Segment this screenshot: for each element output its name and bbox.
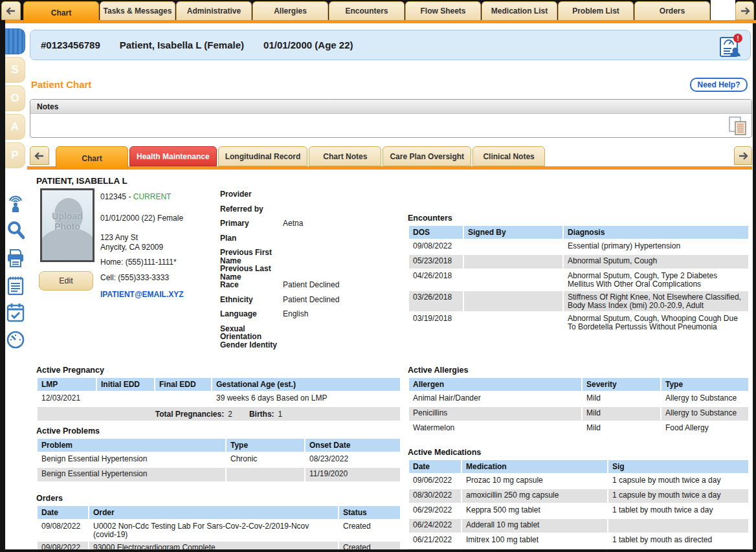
subtab-scroll-left-button[interactable] <box>30 146 49 165</box>
sidebar-tab-chart-card[interactable] <box>5 28 25 54</box>
patient-address1: 123 Any St <box>100 233 138 242</box>
sidebar-tab-objective[interactable]: O <box>5 85 25 111</box>
subtab-scroll-right-button[interactable] <box>734 146 752 165</box>
table-row[interactable]: 08/30/2022amoxicillin 250 mg capsule1 ca… <box>409 489 748 503</box>
column-header-signed-by: Signed By <box>464 226 562 239</box>
sidebar-tab-assessment[interactable]: A <box>5 114 25 140</box>
table-cell <box>464 270 562 290</box>
table-row[interactable]: WatermelonMildFood Allergy <box>409 422 748 436</box>
orders-section: Orders DateOrderStatus09/08/2022U0002 No… <box>36 494 401 552</box>
top-tab-chart[interactable]: Chart <box>23 1 99 23</box>
subtab-clinical-notes[interactable]: Clinical Notes <box>472 146 545 166</box>
table-row[interactable]: 06/29/2022Keppra 500 mg tablet1 tablet b… <box>409 504 748 518</box>
field-label: Previous First Name <box>220 248 280 265</box>
section-title: Encounters <box>408 214 750 223</box>
table-cell: Watermelon <box>409 422 581 436</box>
demographic-row: Previous First Name <box>220 248 372 265</box>
arrow-right-icon <box>740 7 750 15</box>
column-header-severity: Severity <box>583 378 660 391</box>
search-icon[interactable] <box>6 220 25 239</box>
table-cell: 39 weeks 6 days Based on LMP <box>212 392 400 406</box>
field-label: Sexual Orientation <box>220 325 280 341</box>
top-tab-encounters[interactable]: Encounters <box>329 1 405 20</box>
table-row[interactable]: 12/03/202139 weeks 6 days Based on LMP <box>38 392 400 406</box>
notes-panel: Notes <box>30 99 752 138</box>
notepad-icon[interactable] <box>6 276 25 295</box>
edit-button[interactable]: Edit <box>39 271 93 291</box>
upload-photo-label: UploadPhoto <box>42 211 93 232</box>
top-tab-allergies[interactable]: Allergies <box>252 1 328 20</box>
top-tab-administrative[interactable]: Administrative <box>176 1 252 20</box>
page-title: Patient Chart <box>31 79 91 90</box>
subtab-health-maintenance[interactable]: Health Maintenance <box>129 146 217 166</box>
field-label: Ethnicity <box>220 296 280 304</box>
top-tab-problem-list[interactable]: Problem List <box>558 1 634 20</box>
sidebar-tab-subjective[interactable]: S <box>5 57 25 83</box>
table-row[interactable]: Benign Essential HypertensionChronic08/2… <box>38 453 400 467</box>
table-row[interactable]: 09/06/2022Prozac 10 mg capsule1 capsule … <box>409 474 748 488</box>
table-row[interactable]: 09/08/2022Essential (primary) Hypertensi… <box>409 240 748 254</box>
patient-display-name: PATIENT, ISABELLA L <box>36 176 128 186</box>
table-row[interactable]: 03/19/2018Abnormal Sputum, Cough, Whoopi… <box>409 313 748 333</box>
patient-dob-age: 01/01/2000 (Age 22) <box>263 39 353 50</box>
copy-note-icon[interactable] <box>728 116 748 135</box>
top-tab-tasks-messages[interactable]: Tasks & Messages <box>100 1 175 20</box>
field-value: Patient Declined <box>283 296 339 304</box>
table-cell: Benign Essential Hypertension <box>38 453 225 467</box>
table-cell: 08/30/2022 <box>409 489 461 503</box>
table-cell: Chronic <box>227 453 304 467</box>
column-header-medication: Medication <box>462 460 607 473</box>
sidebar-tab-plan[interactable]: P <box>5 142 25 168</box>
top-tab-flow-sheets[interactable]: Flow Sheets <box>405 1 481 20</box>
table-cell: Imitrex 100 mg tablet <box>462 534 607 547</box>
column-header-allergen: Allergen <box>409 378 581 391</box>
column-header-final-edd: Final EDD <box>155 378 211 391</box>
demographic-row: RacePatient Declined <box>220 281 372 289</box>
patient-email-link[interactable]: IPATIENT@EMAIL.XYZ <box>100 290 184 299</box>
table-cell: Animal Hair/Dander <box>409 392 581 406</box>
table-row[interactable]: PenicillinsMildAllergy to Substance <box>409 407 748 421</box>
table-row[interactable]: 04/26/2018Abnormal Sputum, Cough, Type 2… <box>409 270 748 290</box>
patient-name: Patient, Isabella L (Female) <box>120 39 244 50</box>
table-row[interactable]: 06/21/2022Imitrex 100 mg tablet1 tablet … <box>409 534 748 547</box>
photo-silhouette-body <box>40 228 94 262</box>
table-row[interactable]: Benign Essential Hypertension11/19/2020 <box>38 468 400 481</box>
table-row[interactable]: 03/26/2018Stiffness Of Right Knee, Not E… <box>409 291 748 311</box>
table-row[interactable]: 06/24/2022Adderall 10 mg tablet <box>409 519 748 533</box>
table-cell: 08/23/2022 <box>306 453 400 467</box>
subtab-longitudinal-record[interactable]: Longitudinal Record <box>218 146 308 166</box>
need-help-button[interactable]: Need Help? <box>690 78 748 92</box>
subtab-chart-notes[interactable]: Chart Notes <box>309 146 381 166</box>
top-tab-orders[interactable]: Orders <box>634 1 710 20</box>
table-row[interactable]: 09/08/2022U0002 Non-Cdc Testing Lab For … <box>38 520 400 540</box>
gauge-icon[interactable] <box>6 330 25 349</box>
active-medications-section: Active Medications DateMedicationSig09/0… <box>408 448 750 552</box>
arrow-right-icon <box>738 152 748 160</box>
tab-scroll-left-button[interactable] <box>1 1 21 20</box>
column-header-problem: Problem <box>38 439 225 452</box>
demographics: ProviderReferred byPrimaryAetnaPlanPrevi… <box>220 190 372 355</box>
table-cell: 12/03/2021 <box>38 392 96 406</box>
column-header-date: Date <box>409 460 461 473</box>
patient-summary-alert-icon[interactable]: ! <box>718 34 744 58</box>
broadcast-person-icon[interactable] <box>6 193 25 212</box>
column-header-type: Type <box>227 439 304 452</box>
table-cell: 09/08/2022 <box>409 240 463 254</box>
tab-scroll-right-button[interactable] <box>735 1 754 20</box>
table-cell <box>464 240 562 254</box>
table-row[interactable]: Animal Hair/DanderMildAllergy to Substan… <box>409 392 748 406</box>
calendar-check-icon[interactable] <box>6 303 25 322</box>
field-label: Provider <box>220 190 280 199</box>
table-row[interactable]: 05/23/2018Abnormal Sputum, Cough <box>409 255 748 269</box>
demographic-row: Previous Last Name <box>220 265 372 281</box>
subtab-care-plan-oversight[interactable]: Care Plan Oversight <box>383 146 471 166</box>
demographic-row: EthnicityPatient Declined <box>220 296 372 304</box>
top-tab-medication-list[interactable]: Medication List <box>482 1 557 20</box>
subtab-chart[interactable]: Chart <box>56 146 128 170</box>
svg-text:!: ! <box>737 34 739 42</box>
active-pregnancy-section: Active Pregnancy LMPInitial EDDFinal EDD… <box>36 366 401 421</box>
table-cell: 06/21/2022 <box>409 534 461 547</box>
print-icon[interactable] <box>6 248 25 268</box>
patient-address2: Anycity, CA 92009 <box>100 243 163 252</box>
upload-photo-box[interactable]: UploadPhoto <box>40 188 94 262</box>
